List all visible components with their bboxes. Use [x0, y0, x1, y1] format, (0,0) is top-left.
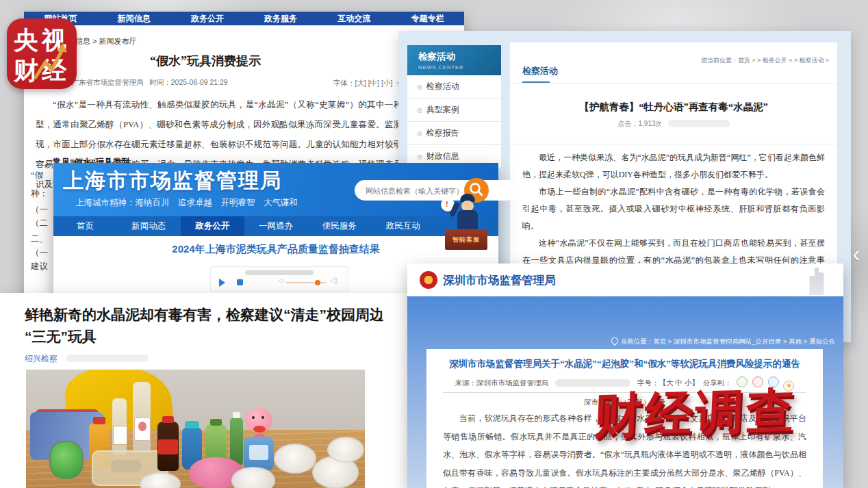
- finance-investigation-stamp: 财经调查: [593, 377, 868, 449]
- toys-photo: [26, 370, 365, 488]
- audio-title-blur: [245, 270, 314, 275]
- site-banner: 上海市市场监督管理局 上海城市精神：海纳百川 追求卓越 开明睿智 大气谦和: [53, 163, 498, 216]
- nav-item-special[interactable]: 专题专栏: [391, 13, 464, 25]
- sidebar: 检察活动 NEWS CENTER ◎检察活动 ◎典型案例 ◎检察报告 ◎财政信息: [407, 45, 501, 168]
- nav-item-onestop[interactable]: 一网通办: [244, 216, 308, 236]
- article-source: 绍兴检察: [25, 353, 149, 365]
- clear-bottle: [112, 398, 127, 454]
- mascot-body: [457, 210, 478, 231]
- duck-body: [244, 437, 274, 471]
- article-title: 鲜艳新奇的水晶泥却有毒有害，检察建议“清走”校园周边“三无”玩具: [25, 304, 398, 348]
- article-title: 2024年上海市泥类玩具产品质量监督抽查结果: [53, 243, 498, 256]
- nav-item-home[interactable]: 首页: [53, 216, 117, 236]
- mascot-label: 智能客服: [445, 235, 487, 244]
- building-icon: [806, 268, 827, 295]
- chevron-left-icon[interactable]: ‹: [847, 238, 865, 270]
- bullet-icon: ◎: [417, 130, 422, 137]
- site-motto: 上海城市精神：海纳百川 追求卓越 开明睿智 大气谦和: [75, 197, 298, 209]
- cctv-finance-logo: 央视 财经: [7, 18, 77, 89]
- nav-item-interaction[interactable]: 互动交流: [318, 13, 391, 25]
- article-title: “假水”玩具消费提示: [44, 53, 366, 69]
- alert-icon: !: [446, 200, 448, 208]
- shaoxing-article-page: 鲜艳新奇的水晶泥却有毒有害，检察建议“清走”校园周边“三无”玩具 绍兴检察: [0, 293, 411, 488]
- cola-bottle: [157, 422, 179, 471]
- site-title: 上海市市场监督管理局: [63, 167, 282, 195]
- bullet-icon: ◎: [417, 84, 422, 90]
- speaker-icon[interactable]: ◁): [330, 277, 337, 284]
- breadcrumb-text: 当前位置：首页 > 深圳市市场监督管理局网站_公开目录 > 其他 > 通知公告: [621, 337, 835, 345]
- divider: [510, 83, 837, 84]
- source-name[interactable]: 绍兴检察: [25, 354, 58, 363]
- shenzhen-amr-page: 深圳市市场监督管理局 当前位置：首页 > 深圳市市场监督管理局网站_公开目录 >…: [407, 264, 843, 488]
- site-title: 深圳市市场监督管理局: [443, 273, 556, 288]
- sidebar-header: 检察活动 NEWS CENTER: [407, 45, 501, 75]
- tab-activity[interactable]: 检察活动: [522, 65, 558, 77]
- sidebar-item-report[interactable]: ◎检察报告: [407, 122, 501, 145]
- text-fragment: 种：: [31, 188, 48, 200]
- sidebar-subtitle: NEWS CENTER: [418, 64, 501, 70]
- duck-eye: [252, 416, 255, 419]
- text-fragment: 建议: [31, 261, 48, 272]
- sidebar-item-label: 典型案例: [426, 105, 459, 114]
- nav-item-news[interactable]: 新闻信息: [97, 13, 170, 25]
- site-nav-bar: 首页 新闻动态 政务公开 一网通办 便民服务 政民互动 专题: [53, 216, 498, 236]
- location-pin-icon: [610, 336, 620, 346]
- slime-tub: [327, 437, 364, 463]
- sidebar-item-label: 财政信息: [426, 151, 459, 161]
- sidebar-item-label: 检察活动: [426, 81, 459, 91]
- stop-icon[interactable]: [237, 279, 243, 285]
- article-title: 【护航青春】“牡丹心语”再查有毒“水晶泥”: [510, 101, 837, 114]
- duck-beak: [253, 426, 266, 433]
- trend-arrow-icon: [33, 42, 67, 83]
- site-header: 深圳市市场监督管理局: [407, 264, 843, 296]
- nav-item-gov-open[interactable]: 政务公开: [170, 13, 244, 25]
- bullet-icon: ◎: [417, 153, 422, 160]
- sidebar-item-activity[interactable]: ◎检察活动: [407, 75, 501, 99]
- breadcrumb[interactable]: 当前位置：首页 > 深圳市市场监督管理局网站_公开目录 > 其他 > 通知公告: [611, 337, 835, 346]
- nav-item-gov-open-active[interactable]: 政务公开: [181, 216, 244, 236]
- paragraph: 最近，一种类似果冻、名为“水晶泥”的玩具成为新晋“网红”，它们看起来颜色鲜艳，捏…: [522, 149, 825, 183]
- sidebar-item-label: 检察报告: [426, 128, 459, 138]
- service-mascot[interactable]: ! 智能客服: [441, 194, 489, 257]
- text-fragment: （二: [31, 218, 48, 229]
- notice-title: 深圳市市场监督管理局关于“水晶泥”“起泡胶”和“假水”等软泥玩具消费风险提示的通…: [426, 358, 823, 370]
- text-fragment: 二、: [31, 233, 48, 245]
- audio-player: ◁ ◁): [210, 266, 348, 292]
- text-fragment: （一: [31, 204, 48, 216]
- paragraph: 市场上一些自制的“水晶泥”配料中含有硼砂，是一种有毒的化学物，若误食会引起中毒，…: [522, 183, 825, 235]
- play-icon[interactable]: [219, 279, 225, 287]
- green-slime-jar: [49, 441, 84, 479]
- breadcrumb[interactable]: 您当前位置：首页 » > 检务公开 » > 检察活动 »: [701, 56, 829, 65]
- meta-time: 时间：2025-06-09 21:29: [149, 78, 227, 86]
- nav-item-gov-service[interactable]: 政务服务: [244, 13, 318, 25]
- blurred-meta: [668, 120, 730, 127]
- small-green-bottle: [230, 418, 243, 465]
- volume-slider[interactable]: [286, 282, 326, 283]
- divider: [510, 144, 837, 144]
- nav-item-services[interactable]: 便民服务: [307, 216, 371, 236]
- sidebar-item-cases[interactable]: ◎典型案例: [407, 99, 501, 122]
- nav-item-news[interactable]: 新闻动态: [117, 216, 181, 236]
- screenshot-stage: 网站首页 新闻信息 政务公开 政务服务 互动交流 专题专栏 新闻信息 > 新闻发…: [0, 0, 868, 488]
- bureau-emblem-icon: [420, 271, 437, 289]
- hit-count-text: 点击：1,913次: [617, 120, 662, 127]
- meta-source: 来源：深圳市市场监督管理局: [455, 378, 549, 387]
- nav-item-interaction[interactable]: 政民互动: [371, 216, 435, 236]
- mute-icon[interactable]: ◁: [278, 277, 283, 284]
- clear-bottle: [133, 382, 151, 453]
- mascot-desk: 智能客服: [445, 229, 487, 250]
- bullet-icon: ◎: [417, 107, 422, 114]
- duck-eye: [261, 416, 264, 419]
- search-box: [355, 180, 518, 201]
- blurred-meta: [66, 355, 149, 362]
- font-size-switch[interactable]: 字体：[大] [中] [小]: [333, 79, 392, 87]
- volume-handle[interactable]: [315, 280, 320, 285]
- slime-tub: [274, 444, 316, 474]
- sidebar-title: 检察活动: [418, 51, 501, 63]
- text-fragment: “假: [31, 170, 43, 181]
- text-fragment: （一: [31, 247, 48, 259]
- top-nav-bar: 网站首页 新闻信息 政务公开 政务服务 互动交流 专题专栏: [24, 12, 464, 25]
- hit-count: 点击：1,913次: [510, 119, 837, 129]
